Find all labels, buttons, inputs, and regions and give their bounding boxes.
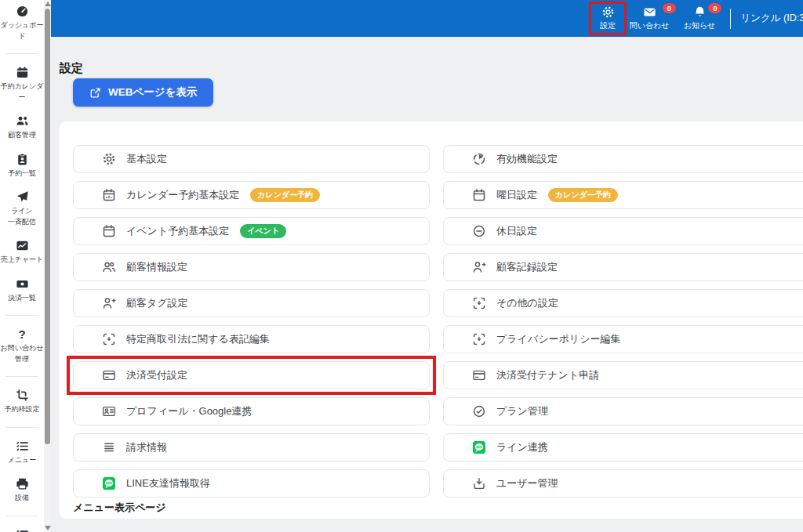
settings-line-friend-info-button[interactable]: LINE友達情報取得 bbox=[73, 469, 430, 498]
settings-holiday-button[interactable]: 休日設定 bbox=[443, 217, 803, 245]
sidebar-scrollbar[interactable] bbox=[44, 0, 51, 532]
settings-enabled-features-button[interactable]: 有効機能設定 bbox=[443, 145, 803, 173]
settings-tokushoho-edit-button[interactable]: 特定商取引法に関する表記編集 bbox=[73, 325, 430, 353]
sidebar-item-sales-chart[interactable]: 売上チャート bbox=[0, 239, 44, 266]
sidebar-item-label: ライン 一斉配信 bbox=[0, 206, 45, 227]
billing-lines-icon bbox=[102, 440, 116, 454]
event-badge: イベント bbox=[240, 224, 286, 238]
header-inquiry-button[interactable]: 0 問い合わせ bbox=[623, 2, 677, 34]
gear-icon bbox=[601, 5, 615, 19]
settings-event-reservation-basic-button[interactable]: イベント予約基本設定 イベント bbox=[73, 217, 430, 245]
line-app-icon bbox=[102, 476, 116, 490]
sidebar-item-label: 売上チャート bbox=[0, 255, 45, 266]
main-content: 設定 WEBページを表示 基本設定 有効機能設定 カレンダー予約基本設定 カレン… bbox=[51, 37, 803, 532]
settings-customer-tag-button[interactable]: 顧客タグ設定 bbox=[73, 289, 430, 317]
enabled-features-icon bbox=[472, 152, 486, 166]
button-label: イベント予約基本設定 bbox=[126, 224, 229, 238]
sidebar-item-label: 予約一覧 bbox=[0, 168, 45, 179]
button-label: カレンダー予約基本設定 bbox=[126, 188, 239, 202]
minus-circle-icon bbox=[472, 224, 486, 238]
event-list-icon bbox=[16, 528, 29, 532]
sidebar-item-slot-settings[interactable]: 予約枠設定 bbox=[0, 389, 44, 415]
sidebar-divider bbox=[5, 427, 38, 428]
broadcast-plane-icon bbox=[16, 190, 29, 204]
settings-profile-google-button[interactable]: プロフィール・Google連携 bbox=[73, 397, 430, 425]
button-label: 顧客情報設定 bbox=[126, 260, 187, 274]
settings-basic-button[interactable]: 基本設定 bbox=[73, 145, 430, 173]
calendar-chart-icon bbox=[102, 188, 116, 202]
user-management-icon bbox=[472, 476, 486, 490]
payment-list-icon bbox=[16, 277, 29, 291]
focus-icon bbox=[472, 332, 486, 346]
sidebar-item-label: メニュー bbox=[0, 455, 45, 466]
menu-list-icon bbox=[16, 440, 29, 453]
sidebar-item-reservation-calendar[interactable]: 予約カレンダー bbox=[0, 66, 44, 103]
button-label: 休日設定 bbox=[496, 224, 537, 238]
sidebar-items: ダッシュボード 予約カレンダー 顧客管理 予約一覧 ライン 一斉配信 売上チャー… bbox=[0, 0, 44, 532]
sidebar-item-reservation-list[interactable]: 予約一覧 bbox=[0, 153, 44, 179]
settings-card: 基本設定 有効機能設定 カレンダー予約基本設定 カレンダー予約 曜日設定 カレン… bbox=[59, 121, 803, 519]
sidebar-item-label: 予約カレンダー bbox=[0, 81, 45, 103]
left-sidebar: ダッシュボード 予約カレンダー 顧客管理 予約一覧 ライン 一斉配信 売上チャー… bbox=[0, 0, 51, 532]
menu-display-page-link[interactable]: メニュー表示ページ bbox=[73, 501, 166, 515]
sidebar-item-menu[interactable]: メニュー bbox=[0, 440, 44, 466]
person-add-icon bbox=[102, 296, 116, 310]
crop-icon bbox=[16, 389, 29, 402]
sales-chart-icon bbox=[16, 239, 29, 252]
button-label: ユーザー管理 bbox=[496, 476, 558, 490]
settings-line-integration-button[interactable]: ライン連携 bbox=[443, 433, 803, 461]
bell-icon bbox=[693, 5, 707, 19]
sidebar-item-line-broadcast[interactable]: ライン 一斉配信 bbox=[0, 190, 44, 227]
customers-icon bbox=[16, 114, 29, 128]
button-label: 決済受付テナント申請 bbox=[496, 368, 599, 382]
sidebar-item-equipment[interactable]: 設備 bbox=[0, 477, 44, 504]
sidebar-item-dashboard[interactable]: ダッシュボード bbox=[0, 5, 44, 42]
button-label: 基本設定 bbox=[126, 152, 167, 166]
external-link-icon bbox=[89, 87, 101, 99]
sidebar-item-label: 予約枠設定 bbox=[0, 404, 45, 415]
mail-icon bbox=[643, 5, 656, 19]
settings-customer-record-button[interactable]: 顧客記録設定 bbox=[443, 253, 803, 281]
settings-payment-acceptance-button[interactable]: 決済受付設定 bbox=[73, 361, 430, 389]
header-divider bbox=[730, 9, 731, 29]
sidebar-item-customer-management[interactable]: 顧客管理 bbox=[0, 114, 44, 141]
page-title: 設定 bbox=[60, 61, 83, 76]
id-card-icon bbox=[102, 404, 116, 418]
question-icon: ? bbox=[18, 328, 25, 341]
button-label: ライン連携 bbox=[496, 440, 548, 454]
button-label: 特定商取引法に関する表記編集 bbox=[126, 332, 270, 346]
scroll-up-arrow-icon[interactable] bbox=[45, 2, 51, 6]
settings-other-button[interactable]: その他の設定 bbox=[443, 289, 803, 317]
settings-billing-info-button[interactable]: 請求情報 bbox=[73, 433, 430, 461]
sidebar-divider bbox=[5, 53, 38, 54]
settings-calendar-reservation-basic-button[interactable]: カレンダー予約基本設定 カレンダー予約 bbox=[73, 181, 430, 209]
header-settings-button[interactable]: 設定 bbox=[593, 2, 623, 34]
scrollbar-thumb[interactable] bbox=[45, 9, 50, 444]
sidebar-divider bbox=[5, 516, 38, 516]
settings-privacy-policy-edit-button[interactable]: プライバシーポリシー編集 bbox=[443, 325, 803, 353]
scroll-down-arrow-icon[interactable] bbox=[45, 526, 51, 530]
sidebar-item-event[interactable]: イベント bbox=[0, 528, 44, 532]
button-label: プラン管理 bbox=[496, 404, 548, 418]
sidebar-item-label: お問い合わせ管理 bbox=[0, 343, 45, 364]
calendar-reservation-badge: カレンダー予約 bbox=[250, 188, 320, 202]
dashboard-icon bbox=[16, 5, 29, 18]
header-settings-label: 設定 bbox=[600, 20, 616, 31]
settings-grid: 基本設定 有効機能設定 カレンダー予約基本設定 カレンダー予約 曜日設定 カレン… bbox=[73, 145, 803, 498]
header-notice-button[interactable]: 0 お知らせ bbox=[677, 2, 723, 34]
settings-user-management-button[interactable]: ユーザー管理 bbox=[443, 469, 803, 498]
show-web-page-button[interactable]: WEBページを表示 bbox=[73, 78, 213, 107]
sidebar-item-label: ダッシュボード bbox=[0, 20, 45, 42]
settings-plan-management-button[interactable]: プラン管理 bbox=[443, 397, 803, 425]
sidebar-divider bbox=[5, 315, 38, 316]
button-label: 有効機能設定 bbox=[496, 152, 558, 166]
settings-customer-info-button[interactable]: 顧客情報設定 bbox=[73, 253, 430, 281]
credit-card-icon bbox=[472, 368, 486, 382]
sidebar-item-inquiry-management[interactable]: ? お問い合わせ管理 bbox=[0, 328, 44, 364]
button-label: 決済受付設定 bbox=[126, 368, 187, 382]
button-label: プロフィール・Google連携 bbox=[126, 404, 252, 418]
settings-payment-tenant-application-button[interactable]: 決済受付テナント申請 bbox=[443, 361, 803, 389]
reservation-list-icon bbox=[16, 153, 29, 166]
sidebar-item-payment-list[interactable]: 決済一覧 bbox=[0, 277, 44, 304]
settings-weekday-button[interactable]: 曜日設定 カレンダー予約 bbox=[443, 181, 803, 209]
